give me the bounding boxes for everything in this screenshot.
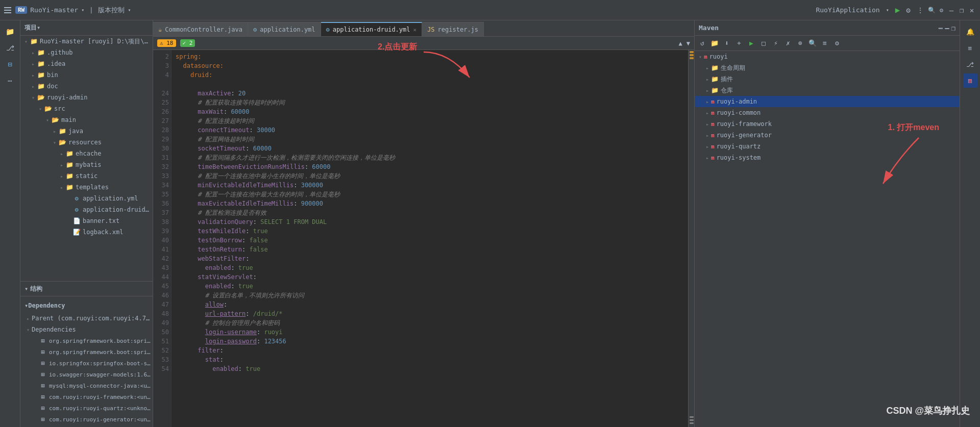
maven-folder-btn[interactable]: 📁 [709,38,720,49]
tab-druid-close[interactable]: ✕ [413,27,417,33]
file-tree-panel: 项目▾ ▾ 📁 RuoYi-master [ruoyi] D:\项目\java\… [20,20,153,427]
tree-item-idea[interactable]: ▸ 📁 .idea [20,58,153,69]
maven-maximize-icon[interactable]: ❐ [951,24,955,32]
sidebar-icon-more[interactable]: ⋯ [3,73,17,88]
dep-parent-item[interactable]: ▸ Parent (com.ruoyi:com.ruoyi:4.7.9") [20,313,153,324]
right-maven-icon[interactable]: m [963,73,977,88]
structure-collapse-icon: ▾ [24,285,28,292]
tree-item-doc[interactable]: ▸ 📁 doc [20,81,153,92]
tree-item-src[interactable]: ▾ 📂 src [20,103,153,114]
tab-druid-label: application-druid.yml [333,26,410,33]
maven-plugins[interactable]: ▸ 📁 插件 [695,73,960,85]
ruoyi-generator-label: ruoyi-generator [717,132,772,139]
maven-options-icon[interactable]: ⋯ [939,24,943,32]
maven-source-btn[interactable]: ⊕ [795,38,806,49]
sidebar-icon-project[interactable]: 📁 [3,24,17,39]
run-button[interactable]: ▶ [895,5,900,15]
dep-ruoyi-quartz[interactable]: ⊞ com.ruoyi:ruoyi-quartz:<unkno... [20,403,153,414]
maven-debug-btn[interactable]: ⚡ [770,38,781,49]
search-icon[interactable]: 🔍 [928,7,936,14]
version-dropdown[interactable]: ▾ [128,7,131,13]
minimize-button[interactable]: — [947,6,955,14]
maven-download-btn[interactable]: ⬇ [721,38,732,49]
structure-header[interactable]: ▾ 结构 [20,282,153,296]
tree-item-ehcache[interactable]: ▸ 📁 ehcache [20,148,153,159]
tab-druid-icon: ⚙ [326,26,330,33]
maven-ruoyi-quartz[interactable]: ▸ m ruoyi-quartz [695,141,960,152]
version-control-label: 版本控制 [98,6,125,15]
tab-application-yml[interactable]: ⚙ application.yml [248,22,321,36]
maven-repos[interactable]: ▸ 📁 仓库 [695,85,960,96]
maven-ruoyi-root[interactable]: ▾ m ruoyi [695,51,960,62]
editor-content: 2 3 4 24 25 26 27 28 29 30 31 32 33 34 3… [153,50,694,427]
sidebar-icon-structure[interactable]: ⊟ [3,57,17,71]
tree-item-application-yml[interactable]: ⚙ application.yml [20,193,153,204]
app-dropdown[interactable]: ▾ [886,7,889,13]
close-button[interactable]: ✕ [968,6,976,14]
maven-ruoyi-framework[interactable]: ▸ m ruoyi-framework [695,118,960,130]
maven-cancel-btn[interactable]: ✗ [782,38,794,49]
tree-item-main[interactable]: ▾ 📂 main [20,114,153,125]
right-notifications-icon[interactable]: 🔔 [963,24,977,39]
tree-item-logback[interactable]: 📝 logback.xml [20,227,153,238]
tree-item-ruoyi-admin[interactable]: ▾ 📂 ruoyi-admin [20,92,153,103]
dep-dependencies-item[interactable]: ▾ Dependencies [20,324,153,335]
dep-mysql[interactable]: ⊞ mysql:mysql-connector-java:<u... [20,380,153,391]
dep-springfox[interactable]: ⊞ io.springfox:springfox-boot-sta... [20,358,153,369]
templates-arrow: ▸ [58,185,65,190]
dependency-header[interactable]: ▾ Dependency [20,298,153,313]
idea-label: .idea [47,60,65,67]
dep-swagger[interactable]: ⊞ io.swagger:swagger-models:1.6... [20,369,153,380]
maven-refresh-btn[interactable]: ↺ [697,38,708,49]
right-scrollbar[interactable] [688,50,694,427]
success-badge: ✓ 2 [180,39,195,47]
maven-stop-btn[interactable]: □ [758,38,769,49]
settings-button[interactable]: ⚙ [906,6,910,14]
maven-minimize-icon[interactable]: — [945,24,949,32]
maven-run-btn[interactable]: ▶ [746,38,757,49]
maven-ruoyi-system[interactable]: ▸ m ruoyi-system [695,152,960,163]
maven-search-btn[interactable]: 🔍 [807,38,818,49]
maven-settings-btn[interactable]: ⚙ [831,38,843,49]
tree-item-java[interactable]: ▸ 📁 java [20,125,153,137]
tree-item-static[interactable]: ▸ 📁 static [20,170,153,182]
restore-button[interactable]: ❐ [958,6,966,14]
dep-ruoyi-generator[interactable]: ⊞ com.ruoyi:ruoyi-generator:<unk... [20,414,153,425]
right-diff-icon[interactable]: ≡ [963,41,977,55]
tree-item-banner[interactable]: 📄 banner.txt [20,215,153,227]
maven-list-btn[interactable]: ≡ [819,38,830,49]
file-tree-title: 项目▾ [24,23,40,32]
main-layout: 📁 ⎇ ⊟ ⋯ 项目▾ ▾ 📁 RuoYi-master [ruoyi] D:\… [0,20,980,427]
tree-item-bin[interactable]: ▸ 📁 bin [20,69,153,81]
sidebar-icon-git[interactable]: ⎇ [3,41,17,55]
more-button[interactable]: ⋮ [917,6,924,14]
maven-ruoyi-generator[interactable]: ▸ m ruoyi-generator [695,130,960,141]
maven-lifecycle[interactable]: ▸ 📁 生命周期 [695,62,960,73]
collapse-icon[interactable]: ▼ [687,40,690,47]
dep-spring-boot-2[interactable]: ⊞ org.springframework.boot:spri... [20,346,153,358]
tree-item-github[interactable]: ▸ 📁 .github [20,47,153,58]
tab-register-js[interactable]: JS register.js [422,22,484,36]
project-dropdown[interactable]: ▾ [81,7,84,13]
hamburger-menu[interactable] [4,6,12,14]
tree-item-application-druid[interactable]: ⚙ application-druid.yml [20,204,153,215]
scroll-marker-1 [690,51,694,53]
dep-spring-boot-1[interactable]: ⊞ org.springframework.boot:spri... [20,335,153,346]
dep-ruoyi-framework[interactable]: ⊞ com.ruoyi:ruoyi-framework:<un... [20,391,153,403]
tree-root[interactable]: ▾ 📁 RuoYi-master [ruoyi] D:\项目\java\R... [20,36,153,47]
settings-icon[interactable]: ⚙ [940,7,943,14]
expand-icon[interactable]: ▲ [679,40,682,47]
tab-common-controller[interactable]: ☕ CommonController.java [153,22,248,36]
maven-ruoyi-common[interactable]: ▸ m ruoyi-common [695,107,960,118]
code-editor[interactable]: spring: datasource: druid: maxActive: 20… [172,50,688,427]
structure-section: ▾ 结构 [20,281,153,296]
ruoyi-quartz-arrow: ▸ [704,144,711,149]
tree-item-resources[interactable]: ▾ 📂 resources [20,137,153,148]
maven-add-btn[interactable]: + [733,38,745,49]
tree-item-mybatis[interactable]: ▸ 📁 mybatis [20,159,153,170]
maven-ruoyi-admin[interactable]: ▸ m ruoyi-admin [695,96,960,107]
tab-application-druid[interactable]: ⚙ application-druid.yml ✕ [321,22,423,36]
ruoyi-system-arrow: ▸ [704,155,711,161]
tree-item-templates[interactable]: ▸ 📁 templates [20,182,153,193]
right-git-icon[interactable]: ⎇ [963,57,977,71]
